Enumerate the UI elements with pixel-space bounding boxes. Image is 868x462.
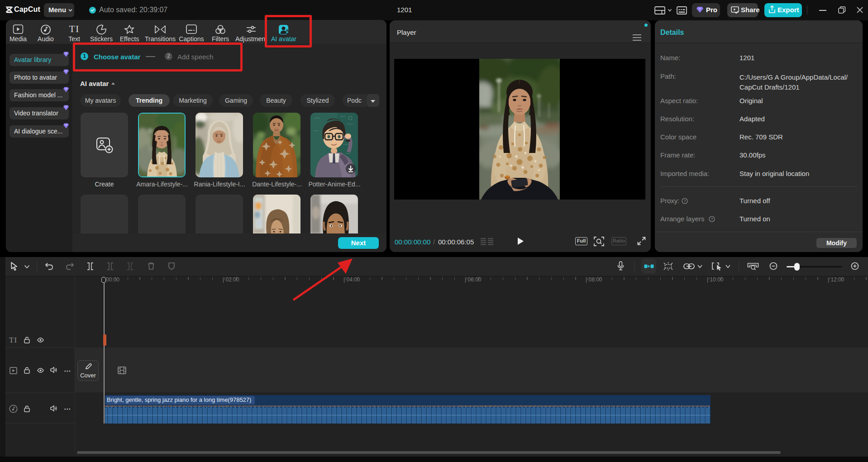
- svg-text:?: ?: [711, 217, 713, 221]
- svg-text:?: ?: [683, 199, 686, 203]
